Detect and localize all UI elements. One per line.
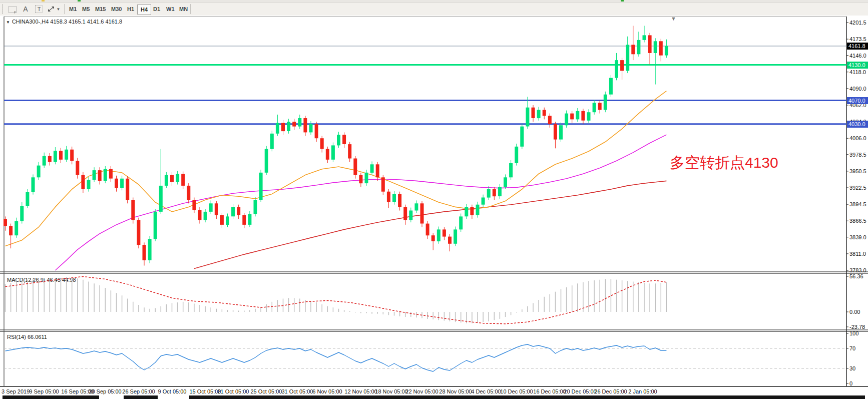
hline-price-badge: 4130.0 bbox=[847, 62, 868, 69]
time-axis-label[interactable]: 16 Dec 05:00 bbox=[533, 388, 567, 394]
clipped-bottom-panel bbox=[3, 395, 99, 399]
time-axis-label[interactable]: 31 Oct 05:00 bbox=[280, 388, 314, 394]
rsi-axis-tick[interactable]: 30 bbox=[849, 365, 855, 372]
time-axis-label[interactable]: 25 Oct 05:00 bbox=[249, 388, 283, 394]
rsi-axis-tick[interactable]: 100 bbox=[849, 330, 858, 337]
time-axis-label[interactable]: 20 Sep 05:00 bbox=[88, 388, 122, 394]
price-axis-tick[interactable]: 4173.5 bbox=[849, 36, 866, 43]
time-axis-label[interactable]: 9 Sep 05:00 bbox=[27, 388, 61, 394]
price-axis-tick[interactable]: 4146.0 bbox=[849, 52, 866, 59]
current-price-badge: 4161.8 bbox=[847, 43, 868, 50]
price-axis-tick[interactable]: 3811.0 bbox=[849, 250, 866, 257]
clipped-bottom-panel bbox=[189, 395, 865, 399]
chart-canvas[interactable] bbox=[0, 0, 868, 399]
clipped-bottom-panel bbox=[124, 395, 158, 399]
rsi-axis-tick[interactable]: 70 bbox=[849, 345, 855, 352]
price-axis-tick[interactable]: 3922.5 bbox=[849, 184, 866, 191]
price-axis-tick[interactable]: 3978.5 bbox=[849, 151, 866, 158]
time-axis-label[interactable]: 26 Dec 05:00 bbox=[594, 388, 628, 394]
hline-price-badge: 4070.0 bbox=[847, 97, 868, 104]
time-axis-label[interactable]: 28 Nov 05:00 bbox=[439, 388, 473, 394]
time-axis-label[interactable]: 9 Oct 05:00 bbox=[155, 388, 189, 394]
price-axis-tick[interactable]: 4201.5 bbox=[849, 19, 866, 26]
price-axis-tick[interactable]: 3839.0 bbox=[849, 234, 866, 241]
price-axis-tick[interactable]: 3894.5 bbox=[849, 201, 866, 208]
time-axis-label[interactable]: 4 Dec 05:00 bbox=[469, 388, 503, 394]
macd-axis-tick[interactable]: 0.00 bbox=[849, 308, 860, 315]
time-axis-label[interactable]: 10 Dec 05:00 bbox=[500, 388, 534, 394]
macd-axis-tick[interactable]: -23.78 bbox=[849, 323, 865, 330]
time-axis-label[interactable]: 26 Sep 05:00 bbox=[122, 388, 156, 394]
time-axis-label[interactable]: 18 Nov 05:00 bbox=[374, 388, 408, 394]
price-axis-tick[interactable]: 4006.0 bbox=[849, 135, 866, 142]
price-axis-tick[interactable]: 4090.0 bbox=[849, 85, 866, 92]
mt4-terminal: F A T ▼ M1M5M15M30H1H4D1W1MN ▼CHINA300-,… bbox=[0, 0, 868, 399]
time-axis-label[interactable]: 20 Dec 05:00 bbox=[563, 388, 597, 394]
hline-price-badge: 4030.0 bbox=[847, 121, 868, 128]
time-axis-label[interactable]: 6 Nov 05:00 bbox=[310, 388, 344, 394]
time-axis-label[interactable]: 3 Sep 2019 bbox=[2, 388, 30, 394]
time-axis-label[interactable]: 2 Jan 05:00 bbox=[626, 388, 660, 394]
rsi-axis-tick[interactable]: 0 bbox=[849, 380, 852, 387]
price-axis-tick[interactable]: 3950.5 bbox=[849, 168, 866, 175]
time-axis-label[interactable]: 21 Oct 05:00 bbox=[216, 388, 250, 394]
price-axis-tick[interactable]: 4118.0 bbox=[849, 69, 866, 76]
price-axis-tick[interactable]: 3866.5 bbox=[849, 217, 866, 224]
macd-axis-tick[interactable]: 56.36 bbox=[849, 273, 863, 280]
time-axis-label[interactable]: 22 Nov 05:00 bbox=[405, 388, 439, 394]
time-axis-label[interactable]: 12 Nov 05:00 bbox=[344, 388, 378, 394]
